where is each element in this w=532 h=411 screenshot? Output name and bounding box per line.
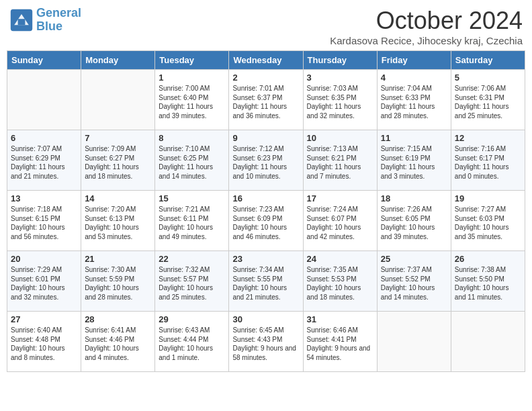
- day-info: Sunrise: 7:26 AM Sunset: 6:05 PM Dayligh…: [381, 205, 447, 241]
- day-info: Sunrise: 6:46 AM Sunset: 4:41 PM Dayligh…: [307, 326, 373, 362]
- day-number: 24: [307, 254, 373, 264]
- calendar-cell: 21Sunrise: 7:30 AM Sunset: 5:59 PM Dayli…: [81, 251, 155, 312]
- calendar-cell: 17Sunrise: 7:24 AM Sunset: 6:07 PM Dayli…: [303, 191, 377, 251]
- day-info: Sunrise: 7:35 AM Sunset: 5:53 PM Dayligh…: [307, 265, 373, 302]
- calendar-cell: 6Sunrise: 7:07 AM Sunset: 6:29 PM Daylig…: [7, 130, 81, 191]
- calendar-cell: [7, 70, 81, 130]
- day-number: 16: [232, 193, 299, 203]
- logo-icon: [9, 8, 34, 32]
- calendar-cell: 15Sunrise: 7:21 AM Sunset: 6:11 PM Dayli…: [155, 191, 229, 251]
- day-info: Sunrise: 7:34 AM Sunset: 5:55 PM Dayligh…: [232, 265, 299, 302]
- day-number: 29: [159, 314, 225, 324]
- calendar-cell: 23Sunrise: 7:34 AM Sunset: 5:55 PM Dayli…: [229, 251, 303, 312]
- day-info: Sunrise: 7:27 AM Sunset: 6:03 PM Dayligh…: [455, 205, 521, 241]
- calendar-cell: [451, 312, 525, 372]
- calendar-cell: 27Sunrise: 6:40 AM Sunset: 4:48 PM Dayli…: [7, 312, 81, 372]
- calendar-cell: 19Sunrise: 7:27 AM Sunset: 6:03 PM Dayli…: [451, 191, 525, 251]
- day-number: 12: [455, 133, 521, 143]
- day-number: 23: [232, 254, 299, 264]
- calendar-cell: 16Sunrise: 7:23 AM Sunset: 6:09 PM Dayli…: [229, 191, 303, 251]
- month-title: October 2024: [330, 7, 523, 35]
- day-number: 9: [232, 133, 299, 143]
- page-header: General Blue October 2024 Kardasova Reci…: [7, 7, 525, 46]
- calendar-cell: 22Sunrise: 7:32 AM Sunset: 5:57 PM Dayli…: [155, 251, 229, 312]
- day-info: Sunrise: 7:18 AM Sunset: 6:15 PM Dayligh…: [11, 205, 77, 241]
- day-number: 8: [159, 133, 225, 143]
- day-info: Sunrise: 7:16 AM Sunset: 6:17 PM Dayligh…: [455, 144, 521, 181]
- day-number: 18: [381, 193, 447, 203]
- day-number: 31: [307, 314, 373, 324]
- calendar-week-row: 20Sunrise: 7:29 AM Sunset: 6:01 PM Dayli…: [7, 251, 525, 312]
- day-number: 5: [455, 73, 521, 83]
- logo-text: General Blue: [36, 7, 81, 34]
- calendar-cell: 11Sunrise: 7:15 AM Sunset: 6:19 PM Dayli…: [377, 130, 451, 191]
- calendar-table: SundayMondayTuesdayWednesdayThursdayFrid…: [7, 50, 525, 372]
- calendar-cell: 24Sunrise: 7:35 AM Sunset: 5:53 PM Dayli…: [303, 251, 377, 312]
- day-number: 26: [455, 254, 521, 264]
- day-info: Sunrise: 7:12 AM Sunset: 6:23 PM Dayligh…: [232, 144, 299, 181]
- day-info: Sunrise: 7:37 AM Sunset: 5:52 PM Dayligh…: [381, 265, 447, 302]
- calendar-cell: 20Sunrise: 7:29 AM Sunset: 6:01 PM Dayli…: [7, 251, 81, 312]
- weekday-header: Tuesday: [155, 51, 229, 70]
- calendar-cell: 10Sunrise: 7:13 AM Sunset: 6:21 PM Dayli…: [303, 130, 377, 191]
- day-number: 14: [85, 193, 151, 203]
- day-number: 22: [159, 254, 225, 264]
- calendar-cell: 25Sunrise: 7:37 AM Sunset: 5:52 PM Dayli…: [377, 251, 451, 312]
- day-number: 2: [232, 73, 299, 83]
- weekday-header: Saturday: [451, 51, 525, 70]
- day-info: Sunrise: 7:21 AM Sunset: 6:11 PM Dayligh…: [159, 205, 225, 241]
- day-info: Sunrise: 7:06 AM Sunset: 6:31 PM Dayligh…: [455, 84, 521, 120]
- day-info: Sunrise: 6:43 AM Sunset: 4:44 PM Dayligh…: [159, 326, 225, 362]
- calendar-cell: 1Sunrise: 7:00 AM Sunset: 6:40 PM Daylig…: [155, 70, 229, 130]
- day-number: 15: [159, 193, 225, 203]
- day-info: Sunrise: 7:01 AM Sunset: 6:37 PM Dayligh…: [232, 84, 299, 120]
- day-number: 20: [11, 254, 77, 264]
- calendar-cell: [377, 312, 451, 372]
- weekday-header: Thursday: [303, 51, 377, 70]
- calendar-cell: 14Sunrise: 7:20 AM Sunset: 6:13 PM Dayli…: [81, 191, 155, 251]
- calendar-week-row: 13Sunrise: 7:18 AM Sunset: 6:15 PM Dayli…: [7, 191, 525, 251]
- weekday-header: Monday: [81, 51, 155, 70]
- day-number: 21: [85, 254, 151, 264]
- day-info: Sunrise: 7:20 AM Sunset: 6:13 PM Dayligh…: [85, 205, 151, 241]
- calendar-cell: 12Sunrise: 7:16 AM Sunset: 6:17 PM Dayli…: [451, 130, 525, 191]
- day-info: Sunrise: 7:10 AM Sunset: 6:25 PM Dayligh…: [159, 144, 225, 181]
- svg-rect-2: [18, 19, 26, 25]
- day-number: 30: [232, 314, 299, 324]
- day-info: Sunrise: 7:24 AM Sunset: 6:07 PM Dayligh…: [307, 205, 373, 241]
- calendar-week-row: 6Sunrise: 7:07 AM Sunset: 6:29 PM Daylig…: [7, 130, 525, 191]
- day-info: Sunrise: 7:15 AM Sunset: 6:19 PM Dayligh…: [381, 144, 447, 181]
- calendar-cell: 31Sunrise: 6:46 AM Sunset: 4:41 PM Dayli…: [303, 312, 377, 372]
- day-number: 25: [381, 254, 447, 264]
- calendar-cell: [81, 70, 155, 130]
- day-info: Sunrise: 6:45 AM Sunset: 4:43 PM Dayligh…: [232, 326, 299, 362]
- location-title: Kardasova Recice, Jihocesky kraj, Czechi…: [330, 35, 523, 46]
- calendar-cell: 9Sunrise: 7:12 AM Sunset: 6:23 PM Daylig…: [229, 130, 303, 191]
- calendar-cell: 28Sunrise: 6:41 AM Sunset: 4:46 PM Dayli…: [81, 312, 155, 372]
- calendar-cell: 4Sunrise: 7:04 AM Sunset: 6:33 PM Daylig…: [377, 70, 451, 130]
- calendar-cell: 13Sunrise: 7:18 AM Sunset: 6:15 PM Dayli…: [7, 191, 81, 251]
- day-info: Sunrise: 6:40 AM Sunset: 4:48 PM Dayligh…: [11, 326, 77, 362]
- day-number: 1: [159, 73, 225, 83]
- day-number: 7: [85, 133, 151, 143]
- calendar-cell: 29Sunrise: 6:43 AM Sunset: 4:44 PM Dayli…: [155, 312, 229, 372]
- weekday-header: Sunday: [7, 51, 81, 70]
- day-number: 4: [381, 73, 447, 83]
- day-info: Sunrise: 7:32 AM Sunset: 5:57 PM Dayligh…: [159, 265, 225, 302]
- calendar-week-row: 1Sunrise: 7:00 AM Sunset: 6:40 PM Daylig…: [7, 70, 525, 130]
- day-info: Sunrise: 7:07 AM Sunset: 6:29 PM Dayligh…: [11, 144, 77, 181]
- calendar-header-row: SundayMondayTuesdayWednesdayThursdayFrid…: [7, 51, 525, 70]
- calendar-cell: 5Sunrise: 7:06 AM Sunset: 6:31 PM Daylig…: [451, 70, 525, 130]
- title-block: October 2024 Kardasova Recice, Jihocesky…: [330, 7, 523, 46]
- day-info: Sunrise: 7:29 AM Sunset: 6:01 PM Dayligh…: [11, 265, 77, 302]
- day-number: 27: [11, 314, 77, 324]
- day-info: Sunrise: 7:23 AM Sunset: 6:09 PM Dayligh…: [232, 205, 299, 241]
- day-info: Sunrise: 7:38 AM Sunset: 5:50 PM Dayligh…: [455, 265, 521, 302]
- weekday-header: Wednesday: [229, 51, 303, 70]
- logo-line2: Blue: [36, 20, 81, 34]
- day-info: Sunrise: 7:09 AM Sunset: 6:27 PM Dayligh…: [85, 144, 151, 181]
- calendar-cell: 7Sunrise: 7:09 AM Sunset: 6:27 PM Daylig…: [81, 130, 155, 191]
- day-number: 11: [381, 133, 447, 143]
- day-info: Sunrise: 7:04 AM Sunset: 6:33 PM Dayligh…: [381, 84, 447, 120]
- day-info: Sunrise: 7:13 AM Sunset: 6:21 PM Dayligh…: [307, 144, 373, 181]
